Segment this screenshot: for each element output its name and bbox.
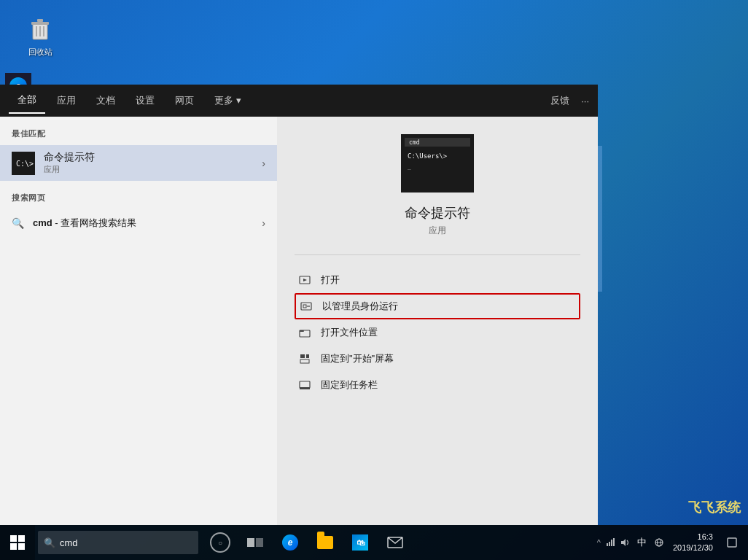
svg-rect-32 bbox=[609, 542, 610, 546]
store-button[interactable]: 🛍 bbox=[344, 526, 376, 559]
action-open[interactable]: 打开 bbox=[295, 267, 580, 293]
folder-icon bbox=[317, 536, 333, 549]
volume-icon bbox=[620, 537, 630, 548]
taskbar-items: ○ e 🛍 bbox=[198, 526, 591, 559]
svg-text:C:\Users\>: C:\Users\> bbox=[408, 152, 448, 160]
app-preview-icon: cmd C:\Users\> _ bbox=[401, 134, 474, 192]
result-text: 命令提示符 应用 bbox=[44, 151, 262, 175]
desktop: 回收站 e MicrosEdge 此电脑 bbox=[0, 0, 748, 560]
start-button[interactable] bbox=[0, 525, 35, 560]
watermark: 飞飞系统 bbox=[688, 499, 741, 516]
cmd-result-icon: C:\> bbox=[12, 152, 35, 175]
system-tray: ^ 中 16:3 bbox=[591, 532, 748, 554]
store-icon: 🛍 bbox=[352, 534, 368, 551]
svg-text:cmd: cmd bbox=[409, 139, 420, 146]
feedback-button[interactable]: 反馈 bbox=[550, 94, 569, 107]
recycle-bin-icon[interactable]: 回收站 bbox=[15, 15, 66, 58]
search-tabs-right: 反馈 ··· bbox=[550, 94, 589, 107]
run-as-admin-label: 以管理员身份运行 bbox=[322, 300, 398, 313]
svg-rect-34 bbox=[613, 538, 615, 546]
svg-text:C:\>: C:\> bbox=[16, 160, 34, 168]
tab-web[interactable]: 网页 bbox=[166, 88, 203, 113]
app-preview-type: 应用 bbox=[429, 225, 446, 237]
network-icon bbox=[605, 537, 615, 548]
action-list: 打开 以管理员身份运行 bbox=[295, 267, 580, 398]
svg-rect-25 bbox=[300, 354, 305, 358]
tab-settings[interactable]: 设置 bbox=[127, 88, 163, 113]
task-view-button[interactable] bbox=[239, 526, 271, 559]
tab-more[interactable]: 更多 ▾ bbox=[206, 88, 250, 113]
edge-taskbar-icon: e bbox=[282, 534, 298, 551]
svg-rect-39 bbox=[728, 538, 736, 547]
search-preview-right: cmd C:\Users\> _ 命令提示符 应用 bbox=[277, 117, 598, 525]
open-icon bbox=[297, 273, 312, 287]
notification-button[interactable] bbox=[722, 532, 742, 553]
svg-marker-35 bbox=[621, 539, 626, 546]
open-location-icon bbox=[297, 325, 312, 340]
file-explorer-button[interactable] bbox=[309, 526, 341, 559]
recycle-bin-label: 回收站 bbox=[28, 47, 52, 58]
svg-rect-2 bbox=[37, 19, 43, 22]
open-label: 打开 bbox=[321, 273, 340, 287]
taskbar-search-box[interactable]: 🔍 bbox=[38, 531, 198, 554]
svg-rect-31 bbox=[607, 543, 608, 546]
svg-marker-19 bbox=[303, 279, 307, 281]
tab-docs[interactable]: 文档 bbox=[87, 88, 124, 113]
taskbar: 🔍 ○ e bbox=[0, 525, 748, 560]
open-location-label: 打开文件位置 bbox=[321, 326, 378, 339]
globe-icon bbox=[654, 537, 664, 548]
mail-icon bbox=[387, 537, 403, 548]
svg-rect-24 bbox=[300, 330, 304, 332]
web-search-text: cmd - 查看网络搜索结果 bbox=[33, 217, 136, 230]
svg-rect-33 bbox=[611, 540, 612, 546]
preview-divider bbox=[295, 254, 580, 255]
windows-logo bbox=[10, 535, 25, 550]
notification-icon bbox=[726, 537, 738, 548]
more-options-button[interactable]: ··· bbox=[581, 96, 589, 106]
tray-icons: ^ 中 bbox=[597, 536, 664, 549]
task-view-icon bbox=[247, 538, 263, 547]
action-pin-taskbar[interactable]: 固定到任务栏 bbox=[295, 372, 580, 398]
tray-expand[interactable]: ^ bbox=[597, 538, 601, 547]
cmd-result-item[interactable]: C:\> 命令提示符 应用 › bbox=[0, 145, 277, 181]
mail-button[interactable] bbox=[379, 526, 411, 559]
admin-icon bbox=[299, 299, 313, 314]
pin-taskbar-label: 固定到任务栏 bbox=[321, 378, 378, 392]
tab-all[interactable]: 全部 bbox=[9, 88, 45, 114]
web-search-icon: 🔍 bbox=[12, 217, 24, 229]
svg-rect-29 bbox=[300, 387, 310, 389]
search-body: 最佳匹配 C:\> 命令提示符 应用 › bbox=[0, 117, 598, 525]
action-open-location[interactable]: 打开文件位置 bbox=[295, 319, 580, 346]
web-search-arrow: › bbox=[262, 217, 265, 229]
svg-rect-26 bbox=[306, 354, 309, 358]
web-section-title: 搜索网页 bbox=[0, 192, 277, 209]
pin-start-label: 固定到"开始"屏幕 bbox=[321, 352, 394, 365]
svg-rect-21 bbox=[303, 305, 306, 308]
pin-start-icon bbox=[297, 351, 312, 366]
svg-rect-1 bbox=[31, 22, 49, 25]
search-panel: 全部 应用 文档 设置 网页 更多 ▾ 反馈 ··· bbox=[0, 85, 598, 525]
action-pin-start[interactable]: 固定到"开始"屏幕 bbox=[295, 346, 580, 372]
tab-apps[interactable]: 应用 bbox=[48, 88, 85, 113]
taskbar-search-input[interactable] bbox=[60, 537, 176, 548]
web-search-section: 搜索网页 🔍 cmd - 查看网络搜索结果 › bbox=[0, 192, 277, 237]
edge-taskbar-button[interactable]: e bbox=[274, 526, 306, 559]
web-search-item[interactable]: 🔍 cmd - 查看网络搜索结果 › bbox=[0, 209, 277, 237]
cortana-icon: ○ bbox=[210, 532, 230, 553]
svg-rect-27 bbox=[300, 359, 309, 363]
taskbar-search-icon: 🔍 bbox=[44, 537, 55, 548]
search-tabs: 全部 应用 文档 设置 网页 更多 ▾ 反馈 ··· bbox=[0, 85, 598, 117]
cortana-button[interactable]: ○ bbox=[204, 526, 236, 559]
svg-rect-28 bbox=[300, 381, 310, 388]
best-match-title: 最佳匹配 bbox=[0, 128, 277, 145]
svg-text:_: _ bbox=[408, 163, 411, 170]
ime-indicator[interactable]: 中 bbox=[634, 536, 650, 549]
pin-taskbar-icon bbox=[297, 378, 312, 392]
result-arrow: › bbox=[262, 158, 265, 169]
system-clock[interactable]: 16:3 2019/12/30 bbox=[667, 532, 719, 554]
action-run-as-admin[interactable]: 以管理员身份运行 bbox=[295, 293, 580, 319]
app-preview-name: 命令提示符 bbox=[405, 204, 470, 222]
search-results-left: 最佳匹配 C:\> 命令提示符 应用 › bbox=[0, 117, 277, 525]
